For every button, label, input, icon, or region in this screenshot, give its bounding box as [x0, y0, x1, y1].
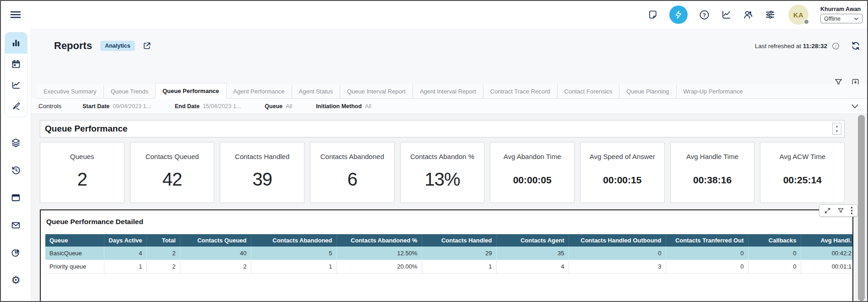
calendar-icon	[11, 59, 21, 69]
kpi-label: Avg ACW Time	[760, 153, 844, 160]
metrics-icon[interactable]	[721, 9, 732, 20]
refresh-icon[interactable]	[851, 41, 861, 51]
help-icon[interactable]: ?	[699, 9, 710, 20]
tab-agent-interval-report[interactable]: Agent Interval Report	[412, 85, 483, 98]
cell: BasicQueue	[45, 247, 104, 260]
tab-agent-performance[interactable]: Agent Performance	[227, 85, 292, 98]
sidebar: ⚙	[1, 28, 31, 301]
section-header: Queue Performance ▲ ▼	[40, 120, 845, 137]
expand-icon[interactable]	[824, 207, 831, 214]
section-spinner-control[interactable]: ▲ ▼	[832, 123, 841, 135]
sidebar-item-metrics[interactable]	[5, 75, 27, 96]
tab-queue-trends[interactable]: Queue Trends	[103, 85, 155, 98]
agents-icon[interactable]	[743, 9, 754, 20]
table-wrap: QueueDays ActiveTotalContacts QueuedCont…	[45, 234, 852, 274]
table-row-priority-queue[interactable]: Priority queue122120.00%1430000:01:1	[45, 260, 852, 273]
kpi-card-avg-acw-time: Avg ACW Time00:25:14	[760, 142, 845, 203]
column-header-days-active[interactable]: Days Active	[104, 234, 146, 247]
sidebar-item-browser[interactable]	[5, 187, 27, 208]
sidebar-item-settings[interactable]: ⚙	[5, 269, 27, 291]
sidebar-item-design[interactable]	[5, 96, 27, 117]
column-header-contacts-agent[interactable]: Contacts Agent	[496, 234, 569, 247]
control-start-date[interactable]: Start Date09/04/2023 1...	[82, 103, 151, 110]
status-select[interactable]: Offline	[820, 14, 863, 23]
external-link-icon[interactable]	[142, 41, 152, 50]
sidebar-item-calendar[interactable]	[5, 54, 27, 75]
column-header-total[interactable]: Total	[146, 234, 180, 247]
column-header-contacts-abandoned[interactable]: Contacts Abandoned	[251, 234, 336, 247]
kpi-value: 42	[130, 169, 214, 190]
kpi-label: Queues	[40, 153, 124, 160]
kpi-card-contacts-handled: Contacts Handled39	[220, 142, 304, 203]
kpi-card-avg-abandon-time: Avg Abandon Time00:00:05	[490, 142, 575, 203]
info-icon[interactable]: i	[832, 42, 840, 50]
top-bar: ? KA	[1, 1, 867, 28]
kpi-card-contacts-queued: Contacts Queued42	[130, 142, 215, 203]
app-window: ? KA	[0, 0, 868, 302]
tab-queue-planning[interactable]: Queue Planning	[619, 85, 676, 98]
kpi-value: 00:25:14	[760, 175, 844, 186]
tab-queue-interval-report[interactable]: Queue Interval Report	[340, 85, 412, 98]
cell: 0	[569, 247, 666, 260]
cell: 2	[146, 260, 180, 273]
tab-wrap-up-performance[interactable]: Wrap-Up Performance	[676, 85, 750, 98]
cell: 0	[666, 247, 748, 260]
main-content: Reports Analytics Last refreshed at 11:2…	[31, 28, 867, 301]
sidebar-item-reports[interactable]	[5, 33, 27, 54]
tab-agent-status[interactable]: Agent Status	[292, 85, 340, 98]
user-avatar[interactable]: KA	[788, 5, 808, 25]
lightning-icon[interactable]	[669, 5, 688, 24]
hamburger-menu-icon[interactable]	[9, 8, 22, 21]
control-value: 09/04/2023 1...	[113, 103, 151, 110]
tab-queue-performance[interactable]: Queue Performance	[155, 83, 227, 99]
kpi-value: 39	[220, 169, 304, 190]
kpi-label: Contacts Abandon %	[401, 153, 484, 160]
cell: 1	[422, 260, 496, 273]
controls-collapse-chevron-icon[interactable]	[851, 104, 859, 109]
sidebar-item-history[interactable]	[5, 159, 27, 181]
control-initiation-method[interactable]: Initiation MethodAll	[316, 103, 371, 110]
sliders-icon[interactable]	[765, 9, 776, 20]
spinner-up-icon: ▲	[835, 125, 839, 128]
vertical-scrollbar[interactable]	[858, 115, 865, 301]
sidebar-item-mail[interactable]	[5, 214, 27, 236]
kebab-menu-icon[interactable]	[851, 207, 853, 214]
kpi-value: 00:00:05	[490, 175, 574, 186]
control-end-date[interactable]: End Date15/04/2023 1...	[175, 103, 241, 110]
cell: 00:01:1	[801, 260, 852, 273]
cell: 1	[251, 260, 336, 273]
table-row-basicqueue[interactable]: BasicQueue4240512.50%293500000:42:2	[45, 247, 852, 260]
bar-chart-icon	[11, 38, 21, 48]
column-header-contacts-handled-outbound[interactable]: Contacts Handled Outbound	[569, 234, 666, 247]
sidebar-item-flows[interactable]	[5, 132, 27, 153]
kpi-card-contacts-abandon: Contacts Abandon %13%	[400, 142, 485, 203]
column-header-avg-handl[interactable]: Avg Handl.	[801, 234, 852, 247]
history-icon	[11, 165, 21, 176]
kpi-row: Queues2Contacts Queued42Contacts Handled…	[40, 142, 845, 203]
sidebar-item-analytics-pie[interactable]	[5, 242, 27, 263]
column-header-callbacks[interactable]: Callbacks	[748, 234, 801, 247]
cell: 2	[146, 247, 180, 260]
control-queue[interactable]: QueueAll	[265, 103, 292, 110]
table-filter-funnel-icon[interactable]	[837, 207, 844, 214]
tab-contact-forensics[interactable]: Contact Forensics	[557, 85, 619, 98]
column-header-contacts-handled[interactable]: Contacts Handled	[422, 234, 496, 247]
dashboard-canvas: Queue Performance ▲ ▼ Queues2Contacts Qu…	[31, 114, 867, 301]
tab-executive-summary[interactable]: Executive Summary	[37, 85, 103, 98]
cell: 4	[104, 247, 146, 260]
notes-icon[interactable]	[647, 9, 658, 20]
column-header-contacts-queued[interactable]: Contacts Queued	[180, 234, 251, 247]
column-header-queue[interactable]: Queue	[45, 234, 104, 247]
column-header-contacts-abandoned[interactable]: Contacts Abandoned %	[336, 234, 422, 247]
table-title: Queue Performance Detailed	[46, 218, 143, 226]
cell: 4	[496, 260, 569, 273]
column-header-contacts-tranferred-out[interactable]: Contacts Tranferred Out	[666, 234, 748, 247]
topbar-actions: ? KA	[647, 1, 863, 28]
cell: 0	[748, 260, 801, 273]
tab-contract-trace-record[interactable]: Contract Trace Record	[483, 85, 557, 98]
cell: 20.00%	[336, 260, 422, 273]
refresh-area: Last refreshed at 11:28:32 i	[755, 41, 861, 51]
kpi-card-avg-handle-time: Avg Handle Time00:38:16	[670, 142, 755, 203]
design-brush-icon	[11, 101, 21, 111]
layers-icon	[11, 137, 21, 148]
